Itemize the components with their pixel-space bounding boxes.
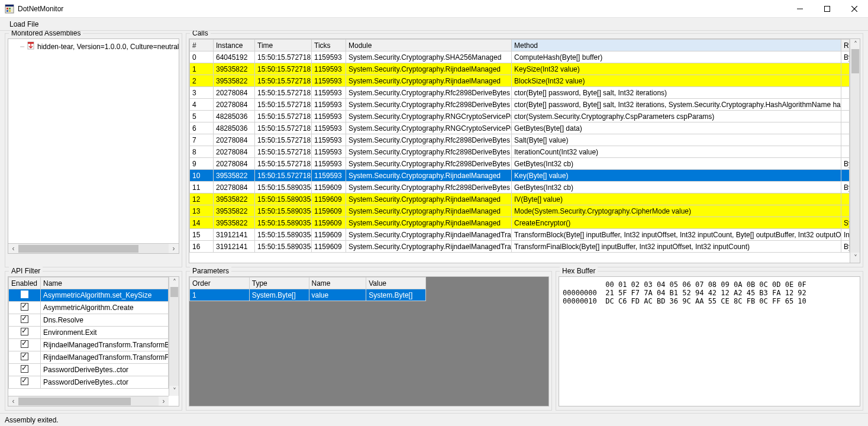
- close-button[interactable]: [841, 0, 868, 18]
- calls-row[interactable]: 123953582215:50:15.58903541159609System.…: [190, 193, 850, 205]
- param-row[interactable]: 1 System.Byte[] value System.Byte[]: [190, 289, 426, 301]
- param-type: System.Byte[]: [249, 289, 309, 301]
- cell: 4: [190, 99, 214, 111]
- apifilter-row[interactable]: RijndaelManagedTransform.TransformBlock: [9, 339, 169, 351]
- enabled-cell[interactable]: [9, 376, 41, 389]
- tree-node[interactable]: ┈ hidden-tear, Version=1.0.0.0, Culture=…: [11, 41, 176, 51]
- checkbox-icon[interactable]: [21, 377, 28, 385]
- cell: System.Security.Cryptography.RNGCryptoSe…: [346, 111, 512, 122]
- cell: System.Security.Cryptography.RijndaelMan…: [346, 75, 512, 87]
- calls-row[interactable]: 54828503615:50:15.57271811159593System.S…: [190, 111, 850, 122]
- tree-hscroll[interactable]: ‹ ›: [8, 243, 179, 253]
- calls-row[interactable]: 143953582215:50:15.58903541159609System.…: [190, 217, 850, 229]
- apifilter-row[interactable]: AsymmetricAlgorithm.Create: [9, 302, 169, 314]
- col-value[interactable]: Value: [366, 277, 426, 289]
- col-enabled[interactable]: Enabled: [9, 277, 41, 289]
- apifilter-row[interactable]: PasswordDeriveBytes..ctor: [9, 364, 169, 376]
- calls-row[interactable]: 133953582215:50:15.58903541159609System.…: [190, 205, 850, 217]
- col-method[interactable]: Method: [512, 40, 841, 51]
- col-pname[interactable]: Name: [309, 277, 366, 289]
- scroll-up-icon[interactable]: ˄: [850, 39, 860, 49]
- col-r[interactable]: R: [841, 40, 850, 51]
- calls-row[interactable]: 32027808415:50:15.57271811159593System.S…: [190, 87, 850, 99]
- enabled-cell[interactable]: [9, 364, 41, 376]
- checkbox-icon[interactable]: [21, 315, 28, 323]
- calls-header-row[interactable]: # Instance Time Ticks Module Method R: [190, 40, 850, 51]
- svg-rect-3: [9, 8, 11, 9]
- maximize-button[interactable]: [814, 0, 841, 18]
- calls-vscroll[interactable]: ˄ ˅: [850, 39, 860, 263]
- calls-row[interactable]: 82027808415:50:15.57271811159593System.S…: [190, 146, 850, 158]
- apifilter-grid[interactable]: Enabled Name AsymmetricAlgorithm.set_Key…: [8, 276, 179, 406]
- cell: Int: [841, 229, 850, 241]
- cell: 15:50:15.5890354: [255, 217, 312, 229]
- cell: 15:50:15.5890354: [255, 229, 312, 241]
- enabled-cell[interactable]: [9, 351, 41, 364]
- col-name[interactable]: Name: [41, 277, 169, 289]
- scroll-right-icon[interactable]: ›: [159, 396, 169, 406]
- apifilter-row[interactable]: Environment.Exit: [9, 327, 169, 339]
- enabled-cell[interactable]: [9, 289, 41, 302]
- checkbox-icon[interactable]: [21, 365, 28, 373]
- scroll-left-icon[interactable]: ‹: [8, 244, 18, 254]
- checkbox-icon[interactable]: [21, 328, 28, 335]
- enabled-cell[interactable]: [9, 302, 41, 314]
- checkbox-icon[interactable]: [21, 291, 28, 298]
- cell: System.Security.Cryptography.Rfc2898Deri…: [346, 134, 512, 146]
- enabled-cell[interactable]: [9, 314, 41, 327]
- apifilter-row[interactable]: RijndaelManagedTransform.TransformFinalB…: [9, 351, 169, 364]
- col-module[interactable]: Module: [346, 40, 512, 51]
- cell: System.Security.Cryptography.RNGCryptoSe…: [346, 122, 512, 134]
- param-value: System.Byte[]: [366, 289, 426, 301]
- apifilter-vscroll[interactable]: ˄ ˅: [169, 277, 179, 396]
- enabled-cell[interactable]: [9, 339, 41, 351]
- cell: 1159593: [312, 170, 346, 182]
- cell: [841, 170, 850, 182]
- col-num[interactable]: #: [190, 40, 214, 51]
- cell: System.Security.Cryptography.Rfc2898Deri…: [346, 182, 512, 193]
- col-time[interactable]: Time: [255, 40, 312, 51]
- col-ticks[interactable]: Ticks: [312, 40, 346, 51]
- col-instance[interactable]: Instance: [214, 40, 255, 51]
- scroll-right-icon[interactable]: ›: [169, 244, 179, 254]
- calls-row[interactable]: 42027808415:50:15.57271811159593System.S…: [190, 99, 850, 111]
- col-order[interactable]: Order: [190, 277, 250, 289]
- calls-row[interactable]: 163191214115:50:15.58903541159609System.…: [190, 241, 850, 253]
- apifilter-row[interactable]: AsymmetricAlgorithm.set_KeySize: [9, 289, 169, 302]
- cell: 1159609: [312, 205, 346, 217]
- scroll-up-icon[interactable]: ˄: [169, 277, 179, 287]
- calls-row[interactable]: 64828503615:50:15.57271811159593System.S…: [190, 122, 850, 134]
- calls-row[interactable]: 103953582215:50:15.57271811159593System.…: [190, 170, 850, 182]
- apifilter-hscroll[interactable]: ‹ ›: [8, 396, 169, 406]
- scroll-left-icon[interactable]: ‹: [8, 396, 18, 406]
- apifilter-row[interactable]: PasswordDeriveBytes..ctor: [9, 376, 169, 389]
- scroll-down-icon[interactable]: ˅: [169, 386, 179, 396]
- cell: Byt: [841, 158, 850, 170]
- apifilter-row[interactable]: Dns.Resolve: [9, 314, 169, 327]
- calls-row[interactable]: 13953582215:50:15.57271811159593System.S…: [190, 63, 850, 75]
- checkbox-icon[interactable]: [21, 340, 28, 348]
- panel-hexbuffer-label: Hex Buffer: [560, 267, 598, 275]
- checkbox-icon[interactable]: [21, 353, 28, 360]
- enabled-cell[interactable]: [9, 327, 41, 339]
- col-type[interactable]: Type: [249, 277, 309, 289]
- calls-row[interactable]: 23953582215:50:15.57271811159593System.S…: [190, 75, 850, 87]
- apifilter-header-row[interactable]: Enabled Name: [9, 277, 169, 289]
- calls-row[interactable]: 153191214115:50:15.58903541159609System.…: [190, 229, 850, 241]
- cell: 1159609: [312, 217, 346, 229]
- calls-row[interactable]: 06404519215:50:15.57271811159593System.S…: [190, 51, 850, 63]
- parameters-grid[interactable]: Order Type Name Value 1 System.Byte[] va…: [189, 276, 549, 406]
- minimize-button[interactable]: [786, 0, 814, 18]
- menu-load-file[interactable]: Load File: [5, 19, 43, 30]
- cell: System.Security.Cryptography.Rfc2898Deri…: [346, 99, 512, 111]
- params-header-row[interactable]: Order Type Name Value: [190, 277, 426, 289]
- calls-grid[interactable]: # Instance Time Ticks Module Method R 06…: [189, 38, 860, 263]
- scroll-down-icon[interactable]: ˅: [850, 253, 860, 263]
- cell: 7: [190, 134, 214, 146]
- hex-view[interactable]: 00 01 02 03 04 05 06 07 08 09 0A 0B 0C 0…: [559, 276, 860, 406]
- checkbox-icon[interactable]: [21, 303, 28, 311]
- calls-row[interactable]: 92027808415:50:15.57271811159593System.S…: [190, 158, 850, 170]
- calls-row[interactable]: 112027808415:50:15.58903541159609System.…: [190, 182, 850, 193]
- assemblies-tree[interactable]: ┈ hidden-tear, Version=1.0.0.0, Culture=…: [8, 38, 179, 254]
- calls-row[interactable]: 72027808415:50:15.57271811159593System.S…: [190, 134, 850, 146]
